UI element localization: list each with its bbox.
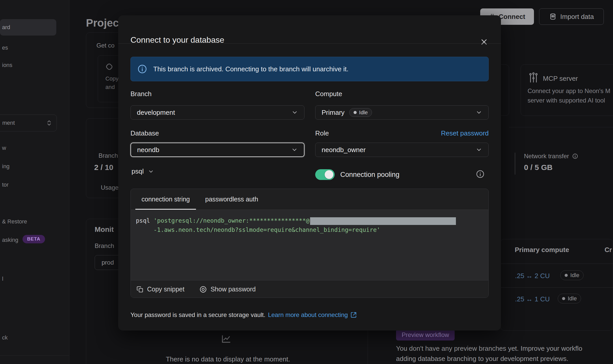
sidebar-branch-selector-value: ment (2, 120, 15, 126)
mcp-icon (528, 72, 539, 84)
chevron-down-icon (291, 109, 298, 116)
tab-bar: connection string passwordless auth (131, 189, 488, 210)
status-text: Idle (570, 272, 579, 279)
panel-footer: Copy snippet Show password (131, 280, 488, 298)
chevron-down-icon (476, 146, 482, 153)
chevrons-up-down-icon (46, 120, 52, 126)
created-col-header: Cr (605, 246, 612, 254)
section-divider (509, 127, 613, 127)
chart-line-icon (221, 333, 232, 345)
sidebar-item-backup-restore[interactable]: & Restore (2, 218, 27, 225)
connection-pooling-toggle[interactable] (315, 169, 335, 180)
stat-rule (515, 153, 515, 175)
modal-header-divider (118, 43, 501, 44)
role-field-label: Role (315, 129, 329, 137)
mcp-card-desc-line2: server with supported AI tool (528, 97, 605, 104)
reset-password-link[interactable]: Reset password (441, 129, 489, 137)
sidebar-item-label: ard (2, 24, 10, 31)
sidebar-item-masking[interactable]: asking (2, 236, 18, 244)
subcard-text-line2: and (105, 84, 115, 90)
branch-select[interactable]: development (130, 105, 304, 120)
connection-string-code[interactable]: psql 'postgresql://neondb_owner:********… (131, 210, 488, 280)
compute-select-value: Primary (322, 109, 345, 117)
copy-snippet-button[interactable]: Copy snippet (136, 286, 184, 293)
code-line-1: psql 'postgresql://neondb_owner:********… (136, 216, 483, 225)
compute-status-badge: Idle (349, 108, 372, 117)
sidebar-item-monitoring[interactable]: ing (2, 163, 9, 170)
info-icon[interactable] (476, 170, 485, 178)
status-text: Idle (568, 295, 577, 302)
copy-snippet-label: Copy snippet (147, 286, 184, 293)
network-transfer-label: Network transfer (524, 153, 578, 160)
role-select[interactable]: neondb_owner (315, 143, 489, 157)
eye-icon (199, 286, 207, 293)
database-select-value: neondb (137, 146, 159, 154)
sidebar-item-overview[interactable]: w (2, 144, 6, 152)
connect-button-label: Connect (499, 13, 525, 21)
branches-stat-label: Branch (98, 152, 118, 159)
info-icon (137, 64, 147, 74)
import-data-button[interactable]: Import data (539, 8, 604, 25)
monitoring-heading: Monit (95, 225, 114, 234)
sidebar-item-dashboard[interactable]: ard (0, 19, 56, 36)
role-select-value: neondb_owner (322, 146, 366, 154)
copy-icon (136, 286, 144, 293)
monitoring-branch-label: Branch (95, 242, 114, 249)
status-badge: Idle (558, 294, 581, 303)
sidebar-branch-selector[interactable]: ment (0, 115, 57, 131)
sidebar: ard es ions ment w ing tor & Restore ask… (0, 0, 69, 364)
network-transfer-text: Network transfer (524, 153, 569, 160)
compute-select[interactable]: Primary Idle (315, 105, 489, 120)
chevron-down-icon (291, 146, 298, 153)
monitoring-branch-select[interactable]: prod (95, 255, 121, 270)
preview-text-line1: You don't have any preview branches yet.… (396, 345, 582, 352)
close-button[interactable] (479, 37, 489, 47)
beta-badge: BETA (23, 235, 45, 243)
sidebar-item-feedback[interactable]: ck (2, 334, 8, 342)
compute-row-size[interactable]: .25 ↔ 2 CU (515, 272, 550, 280)
tab-passwordless-auth[interactable]: passwordless auth (199, 189, 264, 210)
modal-footer: Your password is saved in a secure stora… (130, 311, 357, 318)
connection-panel: connection string passwordless auth psql… (130, 189, 489, 298)
show-password-label: Show password (211, 286, 256, 293)
chevron-down-icon (148, 168, 154, 175)
tool-select[interactable]: psql (132, 167, 154, 175)
tool-select-value: psql (132, 167, 144, 175)
database-select[interactable]: neondb (130, 143, 304, 157)
sidebar-item-operations[interactable]: ions (2, 61, 12, 69)
compute-row-size[interactable]: .25 ↔ 1 CU (515, 295, 550, 303)
database-field-label: Database (130, 129, 159, 137)
compute-status-text: Idle (359, 109, 368, 116)
redacted-host (310, 217, 456, 225)
show-password-button[interactable]: Show password (199, 286, 256, 293)
sidebar-divider (0, 355, 69, 356)
get-started-heading: Get co (96, 42, 115, 49)
preview-text-line2: adding database branching to your develo… (396, 355, 568, 363)
tab-connection-string[interactable]: connection string (135, 189, 196, 210)
database-import-icon (549, 13, 557, 20)
compute-col-header: Primary compute (515, 246, 569, 254)
learn-more-label: Learn more about connecting (268, 311, 348, 318)
status-dot-icon (354, 111, 357, 114)
branches-stat-value: 2 / 10 (94, 163, 113, 172)
connection-pooling-label: Connection pooling (340, 169, 399, 180)
sidebar-item-editor[interactable]: tor (2, 181, 9, 189)
screen: ard es ions ment w ing tor & Restore ask… (0, 0, 613, 364)
learn-more-link[interactable]: Learn more about connecting (268, 311, 357, 318)
sidebar-item-branches[interactable]: es (2, 44, 8, 52)
sidebar-item-sql[interactable]: l (2, 275, 3, 283)
compute-field-label: Compute (315, 90, 342, 98)
chevron-down-icon (476, 109, 482, 116)
mcp-card-desc-line1: Connect your app to Neon's M (528, 87, 610, 95)
code-line-2: -1.aws.neon.tech/neondb?sslmode=require&… (136, 225, 483, 234)
monitoring-empty-text: There is no data to display at the momen… (156, 355, 300, 363)
toggle-knob (325, 170, 333, 179)
preview-workflow-badge[interactable]: Preview workflow (396, 329, 455, 340)
status-dot-icon (562, 297, 565, 300)
vault-note-text: Your password is saved in a secure stora… (130, 311, 265, 318)
status-dot-icon (565, 274, 568, 277)
usage-stat-label: Usage (101, 184, 118, 191)
table-divider (501, 287, 613, 288)
info-icon (572, 153, 578, 159)
network-transfer-value: 0 / 5 GB (524, 163, 553, 172)
